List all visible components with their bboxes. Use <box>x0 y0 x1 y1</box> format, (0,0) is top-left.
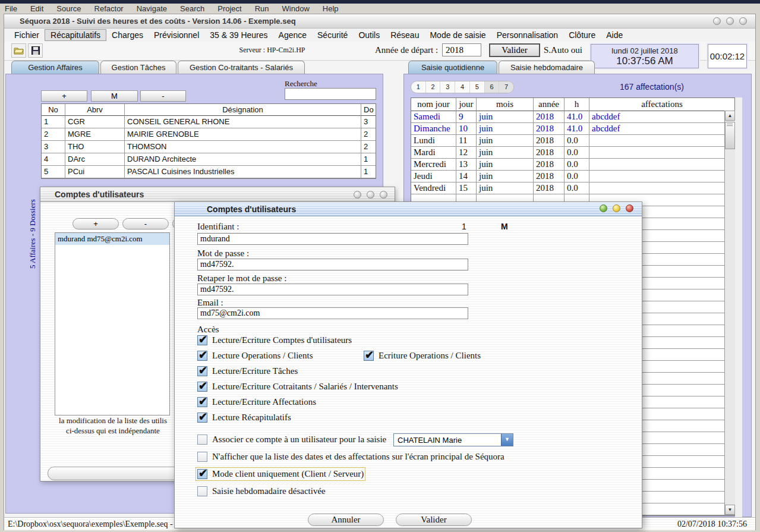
tab-saisie-quotidienne[interactable]: Saisie quotidienne <box>408 61 497 74</box>
day-row[interactable]: Mardi12juin20180.0 <box>411 147 734 159</box>
identifiant-field[interactable] <box>197 233 468 245</box>
scroll-down-icon[interactable]: ▼ <box>725 505 735 515</box>
menu-cloture[interactable]: Clôture <box>563 30 601 40</box>
checkbox[interactable] <box>197 335 207 345</box>
week-button-1[interactable]: 1 <box>411 81 426 93</box>
checkbox[interactable] <box>197 351 207 361</box>
week-button-5[interactable]: 5 <box>470 81 485 93</box>
table-row[interactable]: 3THOTHOMSON2 <box>42 141 376 153</box>
display-option-row: N'afficher que la liste des dates et des… <box>197 452 504 462</box>
ok-button[interactable]: Valider <box>396 514 472 526</box>
associated-user-select[interactable]: CHATELAIN Marie ▼ <box>393 433 513 446</box>
menu-fichier[interactable]: Fichier <box>9 30 45 40</box>
os-menu-item[interactable]: Help <box>323 4 339 13</box>
menu-reseau[interactable]: Réseau <box>385 30 424 40</box>
cancel-button[interactable]: Annuler <box>308 514 384 526</box>
checkbox[interactable] <box>197 413 207 423</box>
table-row[interactable]: 5PCuiPASCALI Cuisines Industrielles1 <box>42 166 376 178</box>
window-minimize-icon[interactable] <box>367 191 374 199</box>
remove-account-button[interactable]: - <box>122 218 169 229</box>
tab-gestion-taches[interactable]: Gestion Tâches <box>100 61 176 74</box>
server-label: Serveur : HP-Cm2i.HP <box>204 46 340 55</box>
window-minimize-icon[interactable] <box>726 17 734 25</box>
dialog-titlebar[interactable]: Comptes d'utilisateurs <box>175 202 642 216</box>
menu-previsionnel[interactable]: Prévisionnel <box>149 30 204 40</box>
tab-saisie-hebdomadaire[interactable]: Saisie hebdomadaire <box>499 61 595 74</box>
day-row[interactable]: Samedi9juin201841.0abcddef <box>411 111 734 123</box>
checkbox[interactable] <box>197 469 207 479</box>
week-button-4[interactable]: 4 <box>455 81 470 93</box>
day-row[interactable]: Jeudi14juin20180.0 <box>411 171 734 182</box>
checkbox[interactable] <box>197 382 207 392</box>
os-menu-item[interactable]: Source <box>56 4 81 13</box>
day-row[interactable]: Vendredi15juin20180.0 <box>411 182 734 194</box>
os-menu-item[interactable]: Project <box>217 4 241 13</box>
checkbox[interactable] <box>364 351 374 361</box>
week-button-3[interactable]: 3 <box>440 81 455 93</box>
os-menu-item[interactable]: Refactor <box>94 4 124 13</box>
session-timer: 00:02:12 <box>708 44 747 68</box>
table-row[interactable]: 1CGRCONSEIL GENERAL RHONE3 <box>42 116 376 128</box>
checkbox[interactable] <box>197 452 207 462</box>
validate-year-button[interactable]: Valider <box>489 43 540 57</box>
window-close-icon[interactable] <box>354 191 361 199</box>
menu-personnalisation[interactable]: Personnalisation <box>491 30 564 40</box>
search-input[interactable] <box>285 88 376 100</box>
window-zoom-icon[interactable] <box>626 204 633 212</box>
account-list-item[interactable]: mdurand md75@cm2i.com <box>55 233 169 245</box>
menu-agence[interactable]: Agence <box>273 30 312 40</box>
selected-user: CHATELAIN Marie <box>398 436 462 445</box>
week-button-7[interactable]: 7 <box>499 81 513 93</box>
day-row[interactable]: Dimanche10juin201841.0abcddef <box>411 123 734 135</box>
record-letter: M <box>501 222 508 231</box>
add-account-button[interactable]: + <box>72 218 119 229</box>
email-field[interactable] <box>197 307 468 319</box>
tab-gestion-cotraitants[interactable]: Gestion Co-traitants - Salariés <box>178 61 305 74</box>
os-menu-item[interactable]: Navigate <box>137 4 167 13</box>
day-row[interactable]: Mercredi13juin20180.0 <box>411 159 734 171</box>
start-year-input[interactable] <box>442 43 481 56</box>
status-datetime: 02/07/2018 10:37:56 <box>677 520 747 529</box>
remove-affaire-button[interactable]: - <box>140 90 186 102</box>
window-zoom-icon[interactable] <box>380 191 387 199</box>
checkbox[interactable] <box>197 397 207 407</box>
password-field[interactable] <box>197 259 468 270</box>
menu-outils[interactable]: Outils <box>353 30 385 40</box>
save-file-button[interactable] <box>28 43 43 58</box>
menu-charges[interactable]: Charges <box>106 30 149 40</box>
window-zoom-icon[interactable] <box>739 17 747 25</box>
affaires-table: No Abrv Désignation Do 1CGRCONSEIL GENER… <box>41 103 376 179</box>
window-close-icon[interactable] <box>600 204 607 212</box>
client-mode-option-row: Mode client uniquement (Client / Serveur… <box>197 469 364 479</box>
checkbox[interactable] <box>197 366 207 376</box>
menu-mode-de-saisie[interactable]: Mode de saisie <box>424 30 491 40</box>
os-menu-item[interactable]: Search <box>180 4 204 13</box>
os-menu-item[interactable]: Window <box>282 4 310 13</box>
menu-recapitulatifs[interactable]: Récapitulatifs <box>45 29 106 41</box>
tab-gestion-affaires[interactable]: Gestion Affaires <box>11 61 99 74</box>
menu-aide[interactable]: Aide <box>601 30 628 40</box>
window-close-icon[interactable] <box>713 17 721 25</box>
saisie-scrollbar[interactable]: ▲ ▼ <box>724 111 735 515</box>
os-menu-item[interactable]: File <box>5 4 17 13</box>
os-menu-item[interactable]: Run <box>255 4 269 13</box>
week-button-2[interactable]: 2 <box>426 81 441 93</box>
table-row[interactable]: 2MGREMAIRIE GRENOBLE2 <box>42 128 376 141</box>
accounts-window-titlebar[interactable]: Comptes d'utilisateurs <box>40 187 395 202</box>
checkbox[interactable] <box>197 486 207 496</box>
checkbox[interactable] <box>197 435 207 445</box>
week-button-6[interactable]: 6 <box>485 81 500 93</box>
col-no: No <box>42 104 65 116</box>
menu-securite[interactable]: Sécurité <box>312 30 353 40</box>
chevron-down-icon[interactable]: ▼ <box>501 434 513 446</box>
scroll-up-icon[interactable]: ▲ <box>725 111 735 121</box>
add-affaire-button[interactable]: + <box>41 90 87 102</box>
window-minimize-icon[interactable] <box>613 204 620 212</box>
retype-password-field[interactable] <box>197 284 468 295</box>
day-row[interactable]: Lundi11juin20180.0 <box>411 135 734 147</box>
open-file-button[interactable] <box>11 43 26 58</box>
modify-affaire-button[interactable]: M <box>91 90 138 102</box>
os-menu-item[interactable]: Edit <box>30 4 43 13</box>
menu-35-39-heures[interactable]: 35 & 39 Heures <box>204 30 273 40</box>
table-row[interactable]: 4DArcDURAND Architecte1 <box>42 153 376 166</box>
